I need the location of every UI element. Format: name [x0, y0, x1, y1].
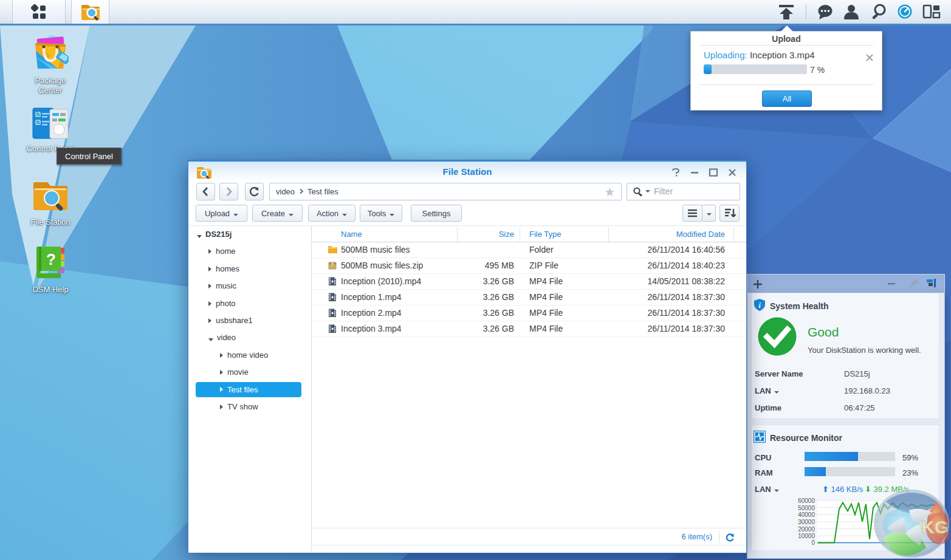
svg-text:KG: KG: [921, 517, 949, 537]
svg-text:30000: 30000: [798, 519, 815, 525]
svg-text:40000: 40000: [798, 511, 815, 518]
svg-text:50000: 50000: [798, 505, 815, 511]
svg-text:?: ?: [46, 250, 56, 268]
svg-text:0: 0: [811, 539, 815, 545]
svg-text:i: i: [758, 301, 761, 310]
svg-text:20000: 20000: [798, 526, 815, 533]
svg-text:10000: 10000: [798, 533, 815, 539]
svg-text:60000: 60000: [798, 498, 815, 504]
